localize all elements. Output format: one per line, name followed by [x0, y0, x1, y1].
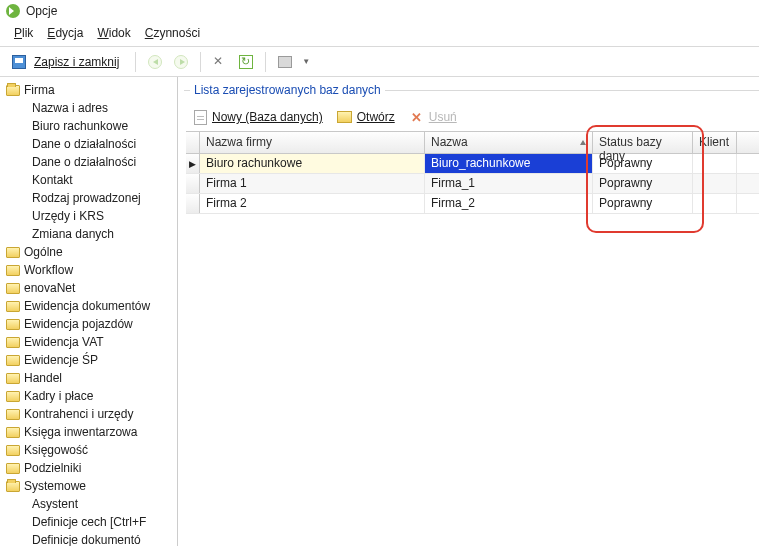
tree-label: Urzędy i KRS	[32, 209, 104, 223]
tree-label: Kadry i płace	[24, 389, 93, 403]
folder-icon	[6, 427, 20, 438]
menu-edit[interactable]: Edycja	[47, 26, 83, 40]
tree-label: Systemowe	[24, 479, 86, 493]
save-and-close-button[interactable]: Zapisz i zamknij	[34, 55, 119, 69]
tree-label: Dane o działalności	[32, 155, 136, 169]
table-row[interactable]: Firma 2 Firma_2 Poprawny	[186, 194, 759, 214]
tree-node[interactable]: Ogólne	[6, 243, 177, 261]
main-area: Firma Nazwa i adres Biuro rachunkowe Dan…	[0, 77, 759, 546]
tree-label: Definicje cech [Ctrl+F	[32, 515, 146, 529]
tree-label: Handel	[24, 371, 62, 385]
tree-node[interactable]: Podzielniki	[6, 459, 177, 477]
tree-leaf[interactable]: Dane o działalności	[6, 135, 177, 153]
row-indicator-icon: ▶	[186, 154, 200, 173]
print-button[interactable]	[274, 51, 296, 73]
column-header-nazwa[interactable]: Nazwa	[425, 132, 593, 153]
grid-header: Nazwa firmy Nazwa Status bazy dany Klien…	[186, 132, 759, 154]
menu-actions[interactable]: Czynności	[145, 26, 200, 40]
tree-leaf[interactable]: Nazwa i adres	[6, 99, 177, 117]
row-indicator-header	[186, 132, 200, 153]
panel-title: Lista zarejestrowanych baz danych	[190, 83, 385, 97]
print-dropdown-icon[interactable]: ▼	[302, 57, 310, 66]
tree-label: Firma	[24, 83, 55, 97]
tree-leaf[interactable]: Biuro rachunkowe	[6, 117, 177, 135]
tree-label: Księgowość	[24, 443, 88, 457]
tree-leaf[interactable]: Rodzaj prowadzonej	[6, 189, 177, 207]
nav-tree: Firma Nazwa i adres Biuro rachunkowe Dan…	[0, 77, 178, 546]
tree-label: Kontrahenci i urzędy	[24, 407, 133, 421]
window-title: Opcje	[26, 4, 57, 18]
tree-leaf[interactable]: Definicje dokumentó	[6, 531, 177, 546]
tree-label: Kontakt	[32, 173, 73, 187]
tree-node[interactable]: Workflow	[6, 261, 177, 279]
open-button[interactable]: Otwórz	[337, 109, 403, 125]
tree-label: enovaNet	[24, 281, 75, 295]
menu-file[interactable]: Plik	[14, 26, 33, 40]
tree-node[interactable]: Ewidencje ŚP	[6, 351, 177, 369]
folder-icon	[6, 319, 20, 330]
tree-node[interactable]: Księga inwentarzowa	[6, 423, 177, 441]
tree-node[interactable]: Ewidencja VAT	[6, 333, 177, 351]
menu-file-label: lik	[22, 26, 33, 40]
tree-label: Ewidencja VAT	[24, 335, 104, 349]
delete-label: Usuń	[429, 110, 457, 124]
nav-back-button[interactable]	[144, 51, 166, 73]
new-button[interactable]: Nowy (Baza danych)	[192, 109, 331, 125]
folder-icon	[6, 409, 20, 420]
tree-node[interactable]: Ewidencja dokumentów	[6, 297, 177, 315]
table-row[interactable]: Firma 1 Firma_1 Poprawny	[186, 174, 759, 194]
open-label: Otwórz	[357, 110, 395, 124]
tree-label: Asystent	[32, 497, 78, 511]
panel-toolbar: Nowy (Baza danych) Otwórz ✕ Usuń	[192, 109, 759, 125]
cell	[693, 194, 737, 213]
tree-node[interactable]: Kontrahenci i urzędy	[6, 405, 177, 423]
tree-leaf[interactable]: Kontakt	[6, 171, 177, 189]
column-header-nazwa-firmy[interactable]: Nazwa firmy	[200, 132, 425, 153]
folder-open-icon	[6, 85, 20, 96]
cell	[693, 154, 737, 173]
cell: Firma_1	[425, 174, 593, 193]
tree-label: Podzielniki	[24, 461, 81, 475]
tree-node[interactable]: Kadry i płace	[6, 387, 177, 405]
tree-label: Ogólne	[24, 245, 63, 259]
tree-node[interactable]: Handel	[6, 369, 177, 387]
tree-node-firma[interactable]: Firma	[6, 81, 177, 99]
column-header-status[interactable]: Status bazy dany	[593, 132, 693, 153]
tree-leaf[interactable]: Definicje cech [Ctrl+F	[6, 513, 177, 531]
cell: Poprawny	[593, 174, 693, 193]
cell: Firma_2	[425, 194, 593, 213]
app-icon	[6, 4, 20, 18]
tree-node[interactable]: Księgowość	[6, 441, 177, 459]
tree-leaf[interactable]: Urzędy i KRS	[6, 207, 177, 225]
table-row[interactable]: ▶ Biuro rachunkowe Biuro_rachunkowe Popr…	[186, 154, 759, 174]
tree-leaf[interactable]: Zmiana danych	[6, 225, 177, 243]
tree-label: Ewidencja dokumentów	[24, 299, 150, 313]
tree-node[interactable]: Ewidencja pojazdów	[6, 315, 177, 333]
tree-label: Ewidencje ŚP	[24, 353, 98, 367]
row-indicator	[186, 194, 200, 213]
separator	[265, 52, 266, 72]
menu-view[interactable]: Widok	[97, 26, 130, 40]
tree-node[interactable]: enovaNet	[6, 279, 177, 297]
tree-leaf[interactable]: Asystent	[6, 495, 177, 513]
refresh-button[interactable]	[235, 51, 257, 73]
tools-button[interactable]	[209, 51, 231, 73]
folder-icon	[6, 301, 20, 312]
column-header-klient[interactable]: Klient	[693, 132, 737, 153]
tree-label: Ewidencja pojazdów	[24, 317, 133, 331]
tree-leaf[interactable]: Dane o działalności	[6, 153, 177, 171]
save-icon[interactable]	[8, 51, 30, 73]
folder-icon	[6, 391, 20, 402]
tree-node-systemowe[interactable]: Systemowe	[6, 477, 177, 495]
separator	[135, 52, 136, 72]
tree-label: Dane o działalności	[32, 137, 136, 151]
row-indicator	[186, 174, 200, 193]
tree-label: Zmiana danych	[32, 227, 114, 241]
delete-button[interactable]: ✕ Usuń	[409, 109, 457, 125]
nav-forward-button[interactable]	[170, 51, 192, 73]
data-grid: Nazwa firmy Nazwa Status bazy dany Klien…	[186, 131, 759, 214]
cell: Biuro rachunkowe	[200, 154, 425, 173]
cell: Firma 1	[200, 174, 425, 193]
tree-label: Rodzaj prowadzonej	[32, 191, 141, 205]
folder-icon	[6, 247, 20, 258]
